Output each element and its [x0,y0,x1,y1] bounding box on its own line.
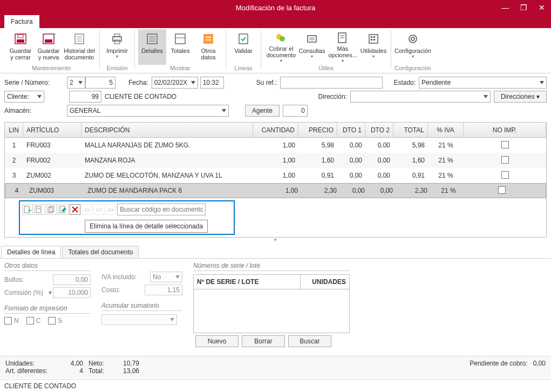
title-bar: Modificación de la factura — ❐ ✕ [0,0,551,15]
direccion-label: Dirección: [318,93,347,100]
direccion-select[interactable] [350,91,491,103]
window-title: Modificación de la factura [236,4,315,12]
col-dto1[interactable]: DTO 1 [337,123,365,137]
col-lin[interactable]: LIN [5,123,23,137]
noimp-checkbox[interactable] [501,156,509,164]
tab-detalles-linea[interactable]: Detalles de línea [1,246,61,258]
col-precio[interactable]: PRECIO [298,123,337,137]
fecha-select[interactable]: 02/02/202X [152,77,198,89]
tab-totales-documento[interactable]: Totales del documento [62,246,139,258]
cliente-select[interactable]: Cliente: [4,91,44,103]
noimp-checkbox[interactable] [501,171,509,179]
save-new-button[interactable]: +Guardary nueva [35,29,63,65]
serie-col-header: Nº DE SERIE / LOTE [194,275,301,289]
table-row[interactable]: 2FRU002MANZANA ROJA1,001,600,000,001,602… [5,153,546,168]
col-descripcion[interactable]: DESCRIPCIÓN [81,123,253,137]
formato-title: Formato de impresión [4,305,91,314]
estado-label: Estado: [393,79,416,86]
nuevo-button[interactable]: Nuevo [195,335,239,347]
config-button[interactable]: Configuración▾ [396,29,430,65]
insert-line-icon[interactable] [34,204,45,215]
lines-grid: LIN ARTÍCULO DESCRIPCIÓN CANTIDAD PRECIO… [4,122,547,238]
print-button[interactable]: Imprimir▾ [103,29,131,65]
disabled-icon-3: ▭ [105,204,116,215]
group-maintenance: Mantenimiento [32,65,71,73]
group-config: Configuración [394,65,431,73]
chk-c[interactable] [26,317,34,325]
col-articulo[interactable]: ARTÍCULO [23,123,81,137]
collect-button[interactable]: Cobrar eldocumento▾ [264,29,298,65]
close-button[interactable]: ✕ [533,0,551,15]
borrar-button[interactable]: Borrar [242,335,285,347]
table-row[interactable]: 3ZUM002ZUMO DE MELOCOTÓN, MANZANA Y UVA … [5,168,546,183]
col-noimp[interactable]: NO IMP. [464,123,546,137]
svg-rect-33 [371,39,372,40]
svg-rect-10 [113,37,121,41]
maximize-button[interactable]: ❐ [514,0,533,15]
utilities-button[interactable]: Utilidades▾ [359,29,387,65]
costo-label: Costo: [101,286,145,294]
chk-s[interactable] [48,317,56,325]
buscar-button[interactable]: Buscar [288,335,331,347]
cliente-num-input[interactable] [69,91,101,103]
comision-input[interactable] [53,287,91,298]
col-iva[interactable]: % IVA [428,123,464,137]
new-line-icon[interactable]: + [22,204,33,215]
splitter-handle[interactable]: ▾ [0,237,551,242]
col-cantidad[interactable]: CANTIDAD [253,123,298,137]
table-row[interactable]: 4ZUM003ZUMO DE MANDARINA PACK 61,002,300… [5,183,546,198]
agente-button[interactable]: Agente [245,105,280,117]
cliente-name: CLIENTE DE CONTADO [105,93,176,100]
history-button[interactable]: Historial deldocumento [63,29,96,65]
svg-rect-26 [309,37,315,40]
acumular-select[interactable] [101,314,177,325]
svg-rect-17 [175,34,185,44]
suref-input[interactable] [280,77,383,89]
tab-factura[interactable]: Factura [4,15,39,28]
delete-line-icon[interactable] [70,204,80,215]
almacen-select[interactable]: GENERAL [67,105,229,117]
costo-input[interactable] [145,285,182,295]
estado-select[interactable]: Pendiente [419,77,547,89]
disabled-icon-1: ▭ [81,204,92,215]
totals-button[interactable]: Totales [166,29,194,65]
validate-button[interactable]: Validar [229,29,257,65]
chk-n[interactable] [4,317,12,325]
delete-tooltip: Elimina la línea de detalle seleccionada [85,220,208,233]
other-data-button[interactable]: Otrosdatos [194,29,222,65]
search-code-input[interactable] [117,204,206,215]
save-close-button[interactable]: Guardary cerrar [6,29,35,65]
col-dto2[interactable]: DTO 2 [365,123,393,137]
details-button[interactable]: Detalles [138,29,166,65]
serie-select[interactable]: 2 [67,77,85,89]
col-total[interactable]: TOTAL [393,123,428,137]
agente-input[interactable] [283,105,308,117]
queries-button[interactable]: Consultas▾ [298,29,326,65]
edit-line-icon[interactable] [58,204,69,215]
noimp-checkbox[interactable] [501,141,509,148]
table-row[interactable]: 1FRU003MALLA NARANJAS DE ZUMO 5KG.1,005,… [5,138,546,153]
bultos-label: Bultos: [4,276,53,283]
bultos-input[interactable] [53,274,91,285]
svg-rect-19 [203,34,213,44]
serie-label: Serie / Número: [4,79,64,86]
more-options-button[interactable]: Másopciones...▾ [326,29,359,65]
svg-rect-31 [371,36,372,38]
direcciones-button[interactable]: Direcciones ▾ [494,91,547,103]
hora-input[interactable] [200,77,224,89]
fecha-label: Fecha: [128,79,148,86]
serie-table: Nº DE SERIE / LOTE UNIDADES [193,274,350,333]
comision-label: Comisión (%) [4,289,47,296]
minimize-button[interactable]: — [496,0,514,15]
tab-strip: Factura [0,15,551,28]
ribbon: Guardary cerrar +Guardary nueva Historia… [0,28,551,73]
footer-bar: Unidades:4,00Neto:10,79 Art. diferentes:… [0,356,551,378]
svg-rect-2 [18,35,23,38]
iva-incluido-select[interactable]: No [150,272,182,282]
suref-label: Su ref.: [256,79,277,86]
copy-line-icon[interactable] [46,204,57,215]
noimp-checkbox[interactable] [498,186,506,194]
svg-point-24 [280,36,285,42]
number-input[interactable] [85,77,115,89]
group-emission: Emisión [106,65,127,73]
